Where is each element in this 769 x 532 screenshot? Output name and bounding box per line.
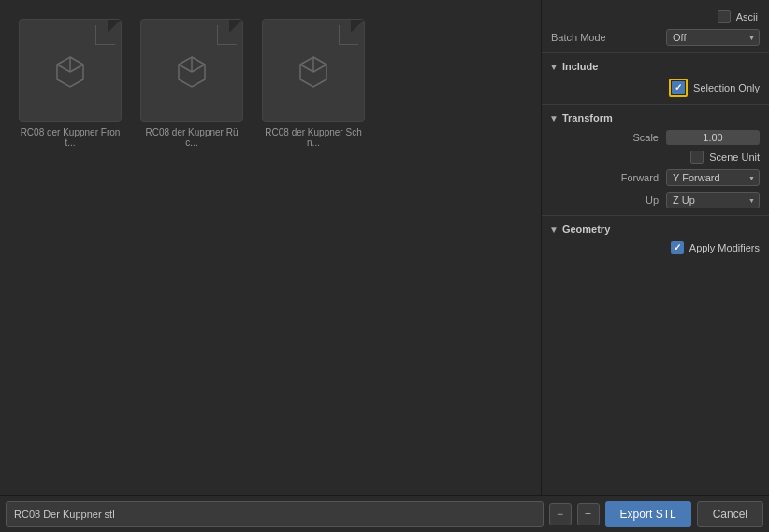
batch-mode-select-wrapper: Off On: [666, 29, 760, 46]
file-grid: RC08 der Kuppner Front... RC08 der Kuppn…: [0, 0, 541, 495]
divider-3: [542, 215, 769, 216]
selection-only-checkbox-outline: ✓: [669, 79, 688, 97]
file-icon-1: [19, 19, 122, 122]
geometry-section-label: Geometry: [562, 223, 610, 235]
scale-row: Scale: [542, 127, 769, 148]
forward-select[interactable]: Y Forward -Y Forward X Forward -X Forwar…: [666, 169, 760, 186]
file-browser: RC08 der Kuppner Front... RC08 der Kuppn…: [0, 0, 541, 495]
include-section-label: Include: [562, 61, 599, 72]
file-name-1: RC08 der Kuppner Front...: [19, 127, 122, 148]
ascii-label: Ascii: [736, 11, 758, 22]
scene-unit-checkbox[interactable]: [690, 151, 704, 164]
bottom-bar: − + Export STL Cancel: [0, 495, 769, 532]
scene-unit-row: Scene Unit: [542, 148, 769, 166]
geometry-section-header[interactable]: ▼ Geometry: [542, 220, 769, 238]
file-name-2: RC08 der Kuppner Rüc...: [140, 127, 243, 148]
file-item-3[interactable]: RC08 der Kuppner Schn...: [262, 19, 365, 148]
export-stl-button[interactable]: Export STL: [605, 501, 691, 527]
batch-mode-label: Batch Mode: [551, 32, 606, 43]
minus-button[interactable]: −: [549, 503, 572, 525]
minus-icon: −: [557, 508, 563, 521]
divider-2: [542, 104, 769, 105]
apply-modifiers-wrapper[interactable]: ✓ Apply Modifiers: [671, 241, 760, 254]
file-icon-3: [262, 19, 365, 122]
selection-only-label: Selection Only: [693, 82, 760, 93]
divider-1: [542, 52, 769, 53]
ascii-checkbox-wrapper[interactable]: Ascii: [718, 10, 758, 23]
scene-unit-wrapper[interactable]: Scene Unit: [690, 151, 760, 164]
transform-section-header[interactable]: ▼ Transform: [542, 108, 769, 127]
include-section-header[interactable]: ▼ Include: [542, 57, 769, 76]
forward-label: Forward: [607, 172, 659, 183]
apply-modifiers-label: Apply Modifiers: [689, 242, 760, 253]
forward-row: Forward Y Forward -Y Forward X Forward -…: [542, 166, 769, 189]
scale-label: Scale: [607, 132, 659, 143]
plus-icon: +: [585, 508, 591, 521]
scene-unit-label: Scene Unit: [709, 151, 760, 163]
apply-modifiers-row: ✓ Apply Modifiers: [542, 238, 769, 257]
apply-modifiers-checkbox[interactable]: ✓: [671, 241, 684, 254]
right-panel: Ascii Batch Mode Off On ▼ Include: [541, 0, 769, 495]
scale-input[interactable]: [666, 130, 760, 145]
selection-only-checkmark: ✓: [675, 83, 682, 93]
batch-mode-select[interactable]: Off On: [666, 29, 760, 46]
geometry-collapse-arrow: ▼: [549, 224, 559, 235]
file-item-1[interactable]: RC08 der Kuppner Front...: [19, 19, 122, 148]
ascii-row: Ascii: [542, 7, 769, 26]
file-icon-2: [140, 19, 243, 122]
ascii-checkbox[interactable]: [718, 10, 731, 23]
plus-button[interactable]: +: [577, 503, 600, 525]
apply-modifiers-checkmark: ✓: [674, 243, 681, 252]
up-select-wrapper: Z Up Y Up X Up -Z Up -Y Up -X Up: [666, 192, 760, 208]
selection-only-wrapper[interactable]: ✓ Selection Only: [669, 79, 760, 97]
selection-only-checkbox[interactable]: ✓: [672, 81, 685, 94]
batch-mode-row: Batch Mode Off On: [542, 26, 769, 49]
cancel-button[interactable]: Cancel: [697, 501, 763, 527]
up-label: Up: [607, 194, 659, 206]
transform-collapse-arrow: ▼: [549, 113, 559, 123]
include-collapse-arrow: ▼: [549, 62, 559, 72]
file-item-2[interactable]: RC08 der Kuppner Rüc...: [140, 19, 243, 148]
transform-section-label: Transform: [562, 112, 613, 123]
forward-select-wrapper: Y Forward -Y Forward X Forward -X Forwar…: [666, 169, 760, 186]
file-name-3: RC08 der Kuppner Schn...: [262, 127, 365, 148]
selection-only-row: ✓ Selection Only: [542, 76, 769, 100]
up-row: Up Z Up Y Up X Up -Z Up -Y Up -X Up: [542, 189, 769, 211]
filename-input[interactable]: [6, 501, 544, 527]
up-select[interactable]: Z Up Y Up X Up -Z Up -Y Up -X Up: [666, 192, 760, 208]
